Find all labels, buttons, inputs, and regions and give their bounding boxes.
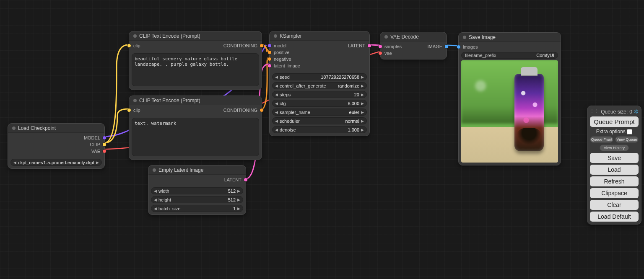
arrow-left-icon[interactable]: ◀ — [275, 84, 278, 88]
arrow-right-icon[interactable]: ▶ — [361, 93, 364, 97]
param-denoise[interactable]: ◀denoise1.000▶ — [272, 126, 367, 133]
save-button[interactable]: Save — [590, 153, 639, 163]
arrow-left-icon[interactable]: ◀ — [13, 160, 16, 165]
prompt-textarea[interactable] — [132, 53, 259, 86]
drag-handle-icon[interactable]: ⋮⋮ — [590, 108, 599, 113]
load-default-button[interactable]: Load Default — [590, 212, 639, 222]
node-title[interactable]: Save Image — [459, 33, 561, 42]
arrow-left-icon[interactable]: ◀ — [154, 198, 157, 202]
param-batch-size[interactable]: ◀batch_size1▶ — [151, 205, 243, 212]
output-conditioning-label: CONDITIONING — [223, 43, 257, 48]
port-latent-in[interactable] — [267, 64, 272, 68]
node-title[interactable]: CLIP Text Encode (Prompt) — [129, 31, 262, 41]
load-button[interactable]: Load — [590, 165, 639, 175]
port-samples-in[interactable] — [378, 44, 382, 49]
port-positive-in[interactable] — [267, 50, 272, 54]
queue-prompt-button[interactable]: Queue Prompt — [590, 116, 639, 127]
arrow-right-icon[interactable]: ▶ — [361, 75, 364, 79]
node-title[interactable]: KSampler — [270, 31, 369, 41]
node-load-checkpoint[interactable]: Load Checkpoint MODEL CLIP VAE ◀ ckpt_na… — [8, 123, 105, 169]
node-save-image[interactable]: Save Image images filename_prefix ComfyU… — [458, 32, 561, 165]
param-width[interactable]: ◀width512▶ — [151, 187, 243, 194]
node-title[interactable]: Empty Latent Image — [148, 165, 246, 175]
view-queue-button[interactable]: View Queue — [615, 136, 639, 143]
arrow-right-icon[interactable]: ▶ — [237, 198, 240, 202]
arrow-right-icon[interactable]: ▶ — [361, 101, 364, 106]
clipspace-button[interactable]: Clipspace — [590, 188, 639, 198]
input-clip-label: clip — [133, 108, 140, 113]
queue-size-label: Queue size: — [601, 109, 628, 115]
input-images-label: images — [463, 44, 478, 49]
port-latent-out[interactable] — [244, 178, 248, 182]
param-height[interactable]: ◀height512▶ — [151, 196, 243, 203]
arrow-left-icon[interactable]: ◀ — [275, 128, 278, 132]
port-image-out[interactable] — [444, 44, 449, 49]
extra-options-label: Extra options — [596, 129, 626, 134]
param-control-after-generate[interactable]: ◀control_after_generaterandomize▶ — [272, 82, 367, 89]
port-conditioning-out[interactable] — [260, 44, 264, 48]
port-model-in[interactable] — [267, 44, 272, 48]
arrow-left-icon[interactable]: ◀ — [154, 189, 157, 193]
port-clip-out[interactable] — [102, 142, 106, 147]
input-negative-label: negative — [274, 57, 291, 62]
port-vae-in[interactable] — [378, 51, 382, 55]
output-model-label: MODEL — [84, 135, 100, 140]
input-latent-label: latent_image — [274, 63, 300, 68]
arrow-left-icon[interactable]: ◀ — [275, 110, 278, 114]
arrow-left-icon[interactable]: ◀ — [154, 207, 157, 211]
extra-options-checkbox[interactable] — [627, 129, 632, 134]
arrow-right-icon[interactable]: ▶ — [361, 119, 364, 123]
param-steps[interactable]: ◀steps20▶ — [272, 91, 367, 98]
node-empty-latent[interactable]: Empty Latent Image LATENT ◀width512▶ ◀he… — [148, 165, 246, 215]
arrow-left-icon[interactable]: ◀ — [275, 93, 278, 97]
output-latent-label: LATENT — [348, 43, 365, 48]
node-clip-encode-positive[interactable]: CLIP Text Encode (Prompt) clip CONDITION… — [129, 31, 262, 90]
node-title[interactable]: CLIP Text Encode (Prompt) — [129, 96, 262, 105]
port-images-in[interactable] — [457, 45, 461, 49]
port-clip-in[interactable] — [127, 44, 131, 48]
output-image-label: IMAGE — [428, 44, 442, 49]
view-history-button[interactable]: View History — [600, 145, 629, 151]
gear-icon[interactable]: ✲ — [634, 108, 639, 115]
clear-button[interactable]: Clear — [590, 200, 639, 210]
queue-size-value: 0 — [629, 109, 632, 115]
output-image-preview[interactable] — [461, 60, 558, 163]
arrow-right-icon[interactable]: ▶ — [361, 128, 364, 132]
output-vae-label: VAE — [91, 149, 100, 154]
param-seed[interactable]: ◀seed187729225270658▶ — [272, 73, 367, 80]
param-ckpt-name[interactable]: ◀ ckpt_name v1-5-pruned-emaonly.ckpt ▶ — [10, 159, 102, 166]
port-conditioning-out[interactable] — [260, 108, 264, 112]
input-clip-label: clip — [133, 43, 140, 48]
param-scheduler[interactable]: ◀schedulernormal▶ — [272, 117, 367, 124]
arrow-left-icon[interactable]: ◀ — [275, 75, 278, 79]
port-latent-out[interactable] — [367, 44, 371, 48]
arrow-right-icon[interactable]: ▶ — [361, 110, 364, 114]
param-cfg[interactable]: ◀cfg8.000▶ — [272, 100, 367, 107]
arrow-right-icon[interactable]: ▶ — [237, 189, 240, 193]
port-clip-in[interactable] — [127, 108, 131, 112]
arrow-left-icon[interactable]: ◀ — [275, 101, 278, 106]
input-positive-label: positive — [274, 50, 289, 55]
port-negative-in[interactable] — [267, 57, 272, 61]
node-title[interactable]: VAE Decode — [380, 32, 447, 41]
port-model-out[interactable] — [102, 136, 106, 140]
control-panel[interactable]: ⋮⋮ Queue size: 0 ✲ Queue Prompt Extra op… — [587, 106, 641, 225]
node-clip-encode-negative[interactable]: CLIP Text Encode (Prompt) clip CONDITION… — [129, 96, 262, 160]
output-clip-label: CLIP — [90, 142, 100, 147]
node-vae-decode[interactable]: VAE Decode samples IMAGE vae — [380, 32, 447, 59]
param-sampler-name[interactable]: ◀sampler_nameeuler▶ — [272, 108, 367, 116]
input-model-label: model — [274, 43, 286, 48]
port-vae-out[interactable] — [102, 149, 106, 153]
arrow-right-icon[interactable]: ▶ — [361, 84, 364, 88]
queue-front-button[interactable]: Queue Front — [590, 136, 613, 143]
node-title[interactable]: Load Checkpoint — [8, 124, 104, 133]
node-ksampler[interactable]: KSampler model LATENT positive negative … — [269, 31, 370, 136]
param-filename-prefix[interactable]: filename_prefix ComfyUI — [461, 52, 558, 59]
refresh-button[interactable]: Refresh — [590, 176, 639, 186]
arrow-left-icon[interactable]: ◀ — [275, 119, 278, 123]
arrow-right-icon[interactable]: ▶ — [96, 160, 99, 165]
input-vae-label: vae — [384, 51, 392, 56]
input-samples-label: samples — [384, 44, 402, 49]
arrow-right-icon[interactable]: ▶ — [237, 207, 240, 211]
prompt-textarea[interactable] — [132, 118, 259, 156]
